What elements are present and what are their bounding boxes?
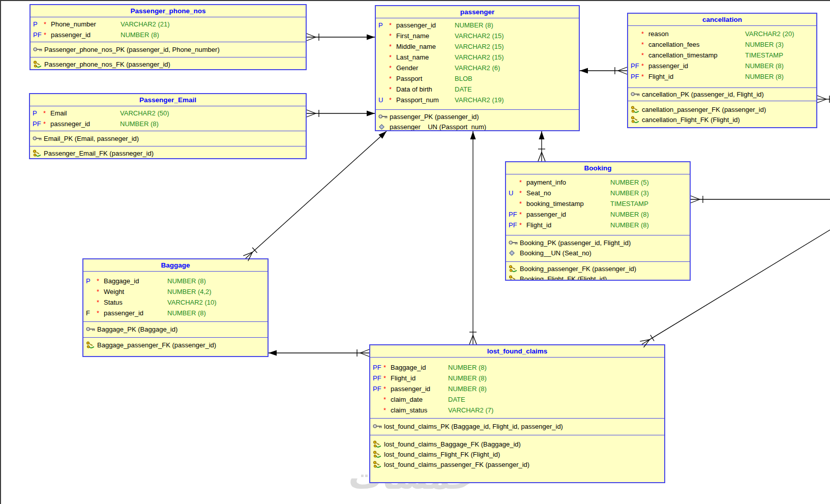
column-row: PF*passneger_idNUMBER (8) [30,118,306,129]
column-type: VARCHAR2 (7) [448,406,493,414]
column-row: *First_nameVARCHAR2 (15) [376,31,579,41]
entity-title: lost_found_claims [370,345,664,358]
required-star: * [519,189,526,197]
column-type: NUMBER (5) [610,179,649,186]
column-name: Email [50,109,120,117]
key-row: Booking_Flight_FK (Flight_id) [506,274,690,280]
pk-icon [33,135,44,141]
required-star: * [44,31,51,39]
key-text: Baggage_PK (Baggage_id) [97,325,177,333]
column-type: NUMBER (8) [455,21,493,29]
keys-section: lost_found_claims_PK (Baggage_id, Flight… [370,418,664,435]
relationship-claims-to-passenger[interactable] [469,131,477,344]
key-row: Baggage_PK (Baggage_id) [83,324,268,334]
fk-icon [86,341,97,349]
keys-section: cancellation_PK (passenger_id, Flight_id… [628,87,816,101]
key-text: Passenger_phone_nos_PK (passenger_id, Ph… [44,46,220,53]
column-row: PF*Flight_idNUMBER (8) [370,373,664,383]
column-name: Passport_num [396,96,455,104]
column-row: *Middle_nameVARCHAR2 (15) [376,41,579,52]
required-star: * [641,30,648,38]
entity-passenger[interactable]: passengerP*passenger_idNUMBER (8)*First_… [375,5,580,131]
relationship-booking-offcanvas-right[interactable] [691,196,830,203]
attributes-section: P*passenger_idNUMBER (8)*First_nameVARCH… [376,18,579,109]
required-star: * [383,385,391,393]
attributes-section: PF*Baggage_idNUMBER (8)PF*Flight_idNUMBE… [370,358,664,418]
key-row: passenger__UN (Passport_num) [376,122,579,130]
key-text: Booking_PK (passenger_id, Flight_id) [520,239,631,247]
relationship-email-to-passenger[interactable] [307,110,375,117]
column-row: PF*Baggage_idNUMBER (8) [370,362,664,373]
attributes-section: P*Phone_numberVARCHAR2 (21)PF*passenger_… [31,17,306,42]
column-row: *booking_timestampTIMESTAMP [506,198,690,209]
required-star: * [519,179,526,186]
fk-icon [373,461,384,468]
key-text: passenger__UN (Passport_num) [390,123,486,131]
key-row: Baggage_passenger_FK (passenger_id) [83,340,268,350]
column-type: BLOB [455,75,472,82]
column-name: Gender [396,64,455,72]
relationship-cancellation-to-passenger[interactable] [580,67,627,74]
required-star: * [641,73,648,80]
relationship-claims-to-baggage[interactable] [269,349,369,357]
key-marker: PF [506,211,519,218]
pk-icon [86,326,97,332]
keys-section: passenger_PK (passenger_id)passenger__UN… [376,109,579,130]
canvas-left-border [0,0,1,504]
column-name: passenger_id [648,62,745,70]
required-star: * [641,41,648,48]
column-type: NUMBER (8) [120,120,159,128]
required-star: * [519,211,526,218]
column-type: NUMBER (8) [167,309,206,317]
column-type: NUMBER (8) [167,277,206,285]
entity-title: Passenger_Email [30,94,306,106]
key-text: Baggage_passenger_FK (passenger_id) [97,341,216,349]
column-name: Weight [104,288,167,295]
entity-baggage[interactable]: BaggageP*Baggage_idNUMBER (8)*WeightNUMB… [82,258,269,357]
column-name: passneger_id [50,120,120,128]
key-text: cancellation_Flight_FK (Flight_id) [642,116,740,124]
key-text: lost_found_claims_Flight_FK (Flight_id) [384,451,500,458]
entity-cancellation[interactable]: cancellation*reasonVARCHAR2 (20)*cancell… [627,13,817,128]
column-row: PF*passenger_idNUMBER (8) [506,209,690,220]
column-row: *payment_infoNUMBER (5) [506,177,690,188]
key-row: Passenger_phone_nos_PK (passenger_id, Ph… [31,44,306,54]
required-star: * [519,200,526,207]
key-text: Passenger_phone_nos_FK (passenger_id) [44,61,170,68]
column-name: Data of birth [396,85,455,93]
column-name: First_name [396,32,455,40]
pk-icon [373,423,384,429]
required-star: * [389,43,396,50]
entity-passenger-phone-nos[interactable]: Passenger_phone_nosP*Phone_numberVARCHAR… [29,4,307,70]
relationship-phone_nos-to-passenger[interactable] [307,34,375,41]
keys-section: Baggage_PK (Baggage_id) [83,321,268,337]
column-name: Flight_id [648,73,745,80]
key-text: lost_found_claims_Baggage_FK (Baggage_id… [384,440,521,448]
column-row: P*Phone_numberVARCHAR2 (21) [31,19,306,29]
column-name: Seat_no [526,189,610,197]
required-star: * [97,299,104,306]
foreign-keys-section: Booking_passenger_FK (passenger_id)Booki… [506,261,690,280]
required-star: * [389,53,396,61]
entity-lost-found-claims[interactable]: lost_found_claimsPF*Baggage_idNUMBER (8)… [369,344,665,483]
key-row: Passenger_phone_nos_FK (passenger_id) [31,59,306,69]
column-name: payment_info [526,179,610,186]
foreign-keys-section: Passenger_Email_FK (passneger_id) [30,146,306,158]
foreign-keys-section: lost_found_claims_Baggage_FK (Baggage_id… [370,435,664,482]
required-star: * [44,20,51,28]
column-type: VARCHAR2 (6) [455,64,500,72]
relationship-booking-to-passenger[interactable] [538,131,545,161]
key-marker: PF [628,73,641,80]
key-text: Passenger_Email_FK (passneger_id) [44,150,154,157]
required-star: * [383,406,391,414]
column-row: F*passenger_idNUMBER (8) [83,308,268,318]
entity-passenger-email[interactable]: Passenger_EmailP*EmailVARCHAR2 (50)PF*pa… [29,93,307,159]
fk-icon [33,150,44,157]
relationship-cancellation-offcanvas-right[interactable] [817,96,830,103]
column-row: *PassportBLOB [376,73,579,84]
entity-booking[interactable]: Booking*payment_infoNUMBER (5)U*Seat_noN… [505,161,691,281]
column-row: *StatusVARCHAR2 (10) [83,297,268,308]
required-star: * [383,396,391,403]
column-row: *Last_nameVARCHAR2 (15) [376,52,579,63]
column-type: VARCHAR2 (50) [120,109,169,117]
